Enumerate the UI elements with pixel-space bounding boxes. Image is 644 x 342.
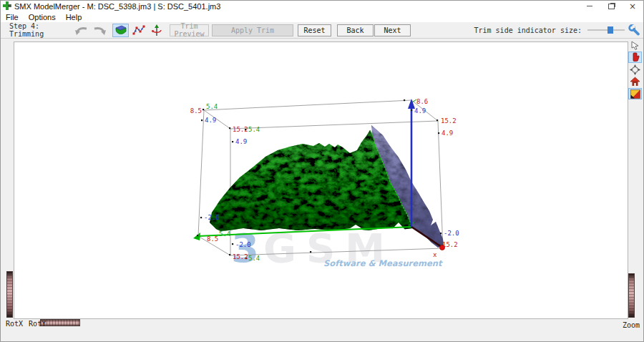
- lasso-select-icon[interactable]: [628, 39, 642, 51]
- svg-text:-2.0: -2.0: [235, 241, 251, 248]
- maximize-button[interactable]: [600, 1, 622, 11]
- svg-text:8.6: 8.6: [416, 98, 428, 105]
- trim-preview-button[interactable]: Trim Preview: [170, 24, 209, 36]
- slider-track: [587, 29, 625, 31]
- svg-text:4.9: 4.9: [235, 138, 247, 145]
- title-bar: SMX ModelMerger - M: DSC_5398.jm3 | S: D…: [1, 1, 643, 11]
- menu-help[interactable]: Help: [61, 11, 87, 22]
- close-button[interactable]: ×: [622, 1, 643, 11]
- watermark-tagline: Software & Measurement: [323, 258, 443, 268]
- zoom-label: Zoom: [623, 321, 640, 329]
- back-button[interactable]: Back: [337, 24, 374, 36]
- svg-text:15.2: 15.2: [442, 241, 458, 248]
- redo-icon[interactable]: [91, 24, 107, 37]
- view-tool-column: [628, 39, 642, 99]
- minimize-button[interactable]: [579, 1, 600, 11]
- colormap-icon[interactable]: [628, 88, 642, 99]
- svg-text:5.4: 5.4: [248, 126, 260, 133]
- svg-text:5.4: 5.4: [206, 103, 218, 110]
- apply-trim-button[interactable]: Apply Trim: [212, 24, 293, 36]
- rotx-label: RotX: [6, 320, 23, 328]
- svg-text:15.2: 15.2: [233, 126, 248, 133]
- bottom-bar: RotX RotY Zoom: [1, 318, 643, 329]
- zoom-vertical-slider[interactable]: [628, 273, 635, 318]
- reset-button[interactable]: Reset: [298, 24, 331, 36]
- roty-label: RotY: [29, 320, 46, 328]
- wrench-icon[interactable]: [628, 24, 640, 37]
- modelmerger-window: SMX ModelMerger - M: DSC_5398.jm3 | S: D…: [0, 0, 644, 342]
- rotate-view-icon[interactable]: [628, 64, 642, 75]
- svg-text:5.4: 5.4: [248, 255, 260, 262]
- step-label: Step 4: Trimming: [9, 22, 72, 38]
- svg-text:15.2: 15.2: [233, 253, 248, 260]
- next-button[interactable]: Next: [374, 24, 411, 36]
- trim-size-label: Trim side indicator size:: [474, 26, 582, 34]
- menu-options[interactable]: Options: [24, 11, 61, 22]
- pan-glove-icon[interactable]: [628, 52, 642, 63]
- menu-file[interactable]: File: [1, 11, 24, 22]
- rotation-vertical-slider[interactable]: [6, 271, 13, 318]
- svg-text:5.4: 5.4: [219, 230, 230, 238]
- undo-icon[interactable]: [73, 24, 89, 37]
- svg-text:-2.0: -2.0: [204, 214, 220, 221]
- svg-text:4.9: 4.9: [441, 130, 453, 137]
- svg-text:4.9: 4.9: [205, 117, 216, 124]
- toolbar: Step 4: Trimming: [1, 22, 643, 39]
- svg-text:8.5: 8.5: [207, 235, 218, 243]
- svg-text:15.2: 15.2: [441, 117, 457, 124]
- svg-text:8.5: 8.5: [190, 107, 202, 114]
- slider-handle[interactable]: [608, 26, 613, 34]
- trim-polygon-tool-icon[interactable]: [112, 24, 129, 37]
- viewport-canvas[interactable]: 3GSM Software & Measurement: [14, 41, 628, 319]
- svg-text:x: x: [433, 251, 437, 258]
- viewport-3d-scene[interactable]: 3GSM Software & Measurement: [14, 42, 628, 318]
- trim-size-slider[interactable]: [587, 25, 625, 35]
- window-title: SMX ModelMerger - M: DSC_5398.jm3 | S: D…: [14, 2, 220, 11]
- menu-bar: File Options Help: [1, 11, 643, 23]
- axis-green-arrowhead: [193, 233, 200, 240]
- home-view-icon[interactable]: [628, 76, 642, 87]
- polyline-tool-icon[interactable]: [130, 24, 147, 37]
- app-icon: [3, 1, 11, 11]
- axis-tool-icon[interactable]: [148, 24, 165, 37]
- svg-text:4.9: 4.9: [414, 107, 426, 114]
- svg-text:-2.0: -2.0: [444, 230, 459, 237]
